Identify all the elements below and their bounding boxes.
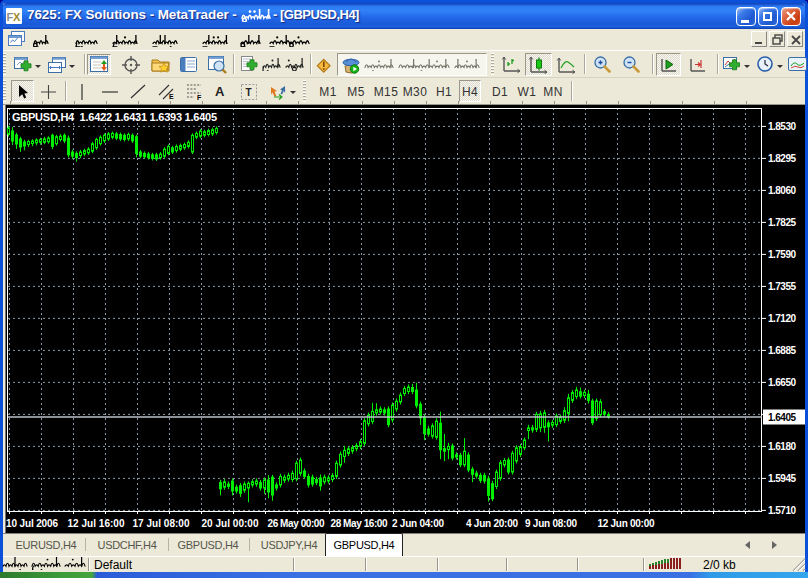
svg-text:1.7355: 1.7355 [768,281,796,292]
svg-text:1.6650: 1.6650 [768,377,796,388]
svg-text:1.7120: 1.7120 [768,313,796,324]
svg-text:9 Jun 08:00: 9 Jun 08:00 [525,518,577,529]
svg-text:1.8060: 1.8060 [768,185,796,196]
svg-text:X: X [13,11,21,23]
svg-text:1.6885: 1.6885 [768,345,796,356]
svg-text:26 May 00:00: 26 May 00:00 [268,518,325,529]
svg-text:2 Jun 04:00: 2 Jun 04:00 [392,518,444,529]
svg-text:1.5710: 1.5710 [768,505,796,516]
svg-text:F: F [197,94,202,100]
svg-text:1.8295: 1.8295 [768,153,796,164]
svg-text:1.6405: 1.6405 [768,412,796,423]
svg-text:4 Jun 20:00: 4 Jun 20:00 [466,518,518,529]
svg-text:20 Jul 00:00: 20 Jul 00:00 [202,518,259,529]
svg-text:E: E [169,93,174,100]
svg-text:1.6180: 1.6180 [768,441,796,452]
svg-text:17 Jul 08:00: 17 Jul 08:00 [133,518,190,529]
svg-text:1.7825: 1.7825 [768,217,796,228]
svg-text:1.5945: 1.5945 [768,473,796,484]
svg-text:12 Jun 00:00: 12 Jun 00:00 [598,518,655,529]
svg-text:1.7590: 1.7590 [768,249,796,260]
svg-text:12 Jul 16:00: 12 Jul 16:00 [68,518,125,529]
svg-text:T: T [246,87,252,98]
svg-text:GBPUSD,H4 1.6422 1.6431 1.639: GBPUSD,H4 1.6422 1.6431 1.6393 1.6405 [12,111,217,123]
svg-text:1.8530: 1.8530 [768,121,796,132]
svg-text:10 Jul 2006: 10 Jul 2006 [6,518,58,529]
svg-text:28 May 16:00: 28 May 16:00 [331,518,388,529]
